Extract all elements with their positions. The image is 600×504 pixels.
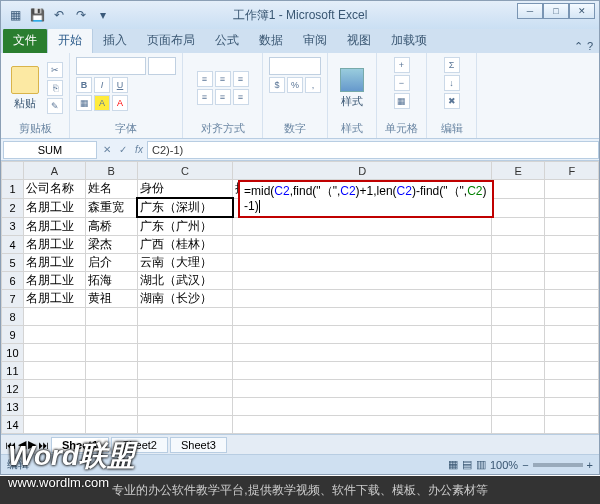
cell-B1[interactable]: 姓名 bbox=[85, 180, 137, 199]
align-mid-icon[interactable]: ≡ bbox=[215, 71, 231, 87]
cell-A11[interactable] bbox=[23, 362, 85, 380]
zoom-in-icon[interactable]: + bbox=[587, 459, 593, 471]
paste-button[interactable]: 粘贴 bbox=[7, 66, 43, 111]
cell-C1[interactable]: 身份 bbox=[137, 180, 233, 199]
cell-B11[interactable] bbox=[85, 362, 137, 380]
cell-C6[interactable]: 湖北（武汉） bbox=[137, 272, 233, 290]
cell-A12[interactable] bbox=[23, 380, 85, 398]
cell-A8[interactable] bbox=[23, 308, 85, 326]
cell-A2[interactable]: 名朋工业 bbox=[23, 198, 85, 217]
cell-E7[interactable] bbox=[492, 290, 545, 308]
cell-E9[interactable] bbox=[492, 326, 545, 344]
maximize-button[interactable]: □ bbox=[543, 3, 569, 19]
cell-C10[interactable] bbox=[137, 344, 233, 362]
cell-F11[interactable] bbox=[545, 362, 599, 380]
row-header-3[interactable]: 3 bbox=[2, 217, 24, 236]
cell-F12[interactable] bbox=[545, 380, 599, 398]
cell-F1[interactable] bbox=[545, 180, 599, 199]
cell-F10[interactable] bbox=[545, 344, 599, 362]
cell-B3[interactable]: 高桥 bbox=[85, 217, 137, 236]
col-header-E[interactable]: E bbox=[492, 162, 545, 180]
cell-C13[interactable] bbox=[137, 398, 233, 416]
row-header-2[interactable]: 2 bbox=[2, 198, 24, 217]
cell-E11[interactable] bbox=[492, 362, 545, 380]
cell-C9[interactable] bbox=[137, 326, 233, 344]
cell-E8[interactable] bbox=[492, 308, 545, 326]
cell-F5[interactable] bbox=[545, 254, 599, 272]
cell-A13[interactable] bbox=[23, 398, 85, 416]
tab-layout[interactable]: 页面布局 bbox=[137, 28, 205, 53]
row-header-12[interactable]: 12 bbox=[2, 380, 24, 398]
cell-D14[interactable] bbox=[233, 416, 492, 434]
cell-F14[interactable] bbox=[545, 416, 599, 434]
row-header-8[interactable]: 8 bbox=[2, 308, 24, 326]
zoom-slider[interactable] bbox=[533, 463, 583, 467]
col-header-F[interactable]: F bbox=[545, 162, 599, 180]
cell-E3[interactable] bbox=[492, 217, 545, 236]
cell-B14[interactable] bbox=[85, 416, 137, 434]
align-center-icon[interactable]: ≡ bbox=[215, 89, 231, 105]
cell-D3[interactable] bbox=[233, 217, 492, 236]
clear-icon[interactable]: ✖ bbox=[444, 93, 460, 109]
align-left-icon[interactable]: ≡ bbox=[197, 89, 213, 105]
close-button[interactable]: ✕ bbox=[569, 3, 595, 19]
row-header-5[interactable]: 5 bbox=[2, 254, 24, 272]
col-header-B[interactable]: B bbox=[85, 162, 137, 180]
row-header-7[interactable]: 7 bbox=[2, 290, 24, 308]
view-normal-icon[interactable]: ▦ bbox=[448, 458, 458, 471]
row-header-14[interactable]: 14 bbox=[2, 416, 24, 434]
redo-icon[interactable]: ↷ bbox=[71, 5, 91, 25]
cell-E4[interactable] bbox=[492, 236, 545, 254]
cell-C8[interactable] bbox=[137, 308, 233, 326]
cell-D7[interactable] bbox=[233, 290, 492, 308]
qat-dropdown-icon[interactable]: ▾ bbox=[93, 5, 113, 25]
currency-icon[interactable]: $ bbox=[269, 77, 285, 93]
insert-cell-icon[interactable]: + bbox=[394, 57, 410, 73]
underline-button[interactable]: U bbox=[112, 77, 128, 93]
fill-icon[interactable]: ↓ bbox=[444, 75, 460, 91]
cell-F6[interactable] bbox=[545, 272, 599, 290]
accept-formula-icon[interactable]: ✓ bbox=[115, 142, 131, 158]
cell-B12[interactable] bbox=[85, 380, 137, 398]
tab-file[interactable]: 文件 bbox=[3, 28, 47, 53]
cell-E6[interactable] bbox=[492, 272, 545, 290]
fill-color-button[interactable]: A bbox=[94, 95, 110, 111]
cell-A9[interactable] bbox=[23, 326, 85, 344]
cell-E2[interactable] bbox=[492, 198, 545, 217]
undo-icon[interactable]: ↶ bbox=[49, 5, 69, 25]
minimize-button[interactable]: ─ bbox=[517, 3, 543, 19]
cell-B2[interactable]: 森重宽 bbox=[85, 198, 137, 217]
cell-A14[interactable] bbox=[23, 416, 85, 434]
formula-bar[interactable]: C2)-1) bbox=[147, 141, 599, 159]
row-header-1[interactable]: 1 bbox=[2, 180, 24, 199]
format-cell-icon[interactable]: ▦ bbox=[394, 93, 410, 109]
cell-D12[interactable] bbox=[233, 380, 492, 398]
cell-C11[interactable] bbox=[137, 362, 233, 380]
cell-B9[interactable] bbox=[85, 326, 137, 344]
cell-F2[interactable] bbox=[545, 198, 599, 217]
help-icon[interactable]: ? bbox=[587, 40, 593, 53]
cell-A6[interactable]: 名朋工业 bbox=[23, 272, 85, 290]
worksheet[interactable]: ABCDEF1公司名称姓名身份提取括号里面的城市名称2名朋工业森重宽广东（深圳）… bbox=[1, 161, 599, 434]
cell-C5[interactable]: 云南（大理） bbox=[137, 254, 233, 272]
font-size-select[interactable] bbox=[148, 57, 176, 75]
font-select[interactable] bbox=[76, 57, 146, 75]
sheet-tab-3[interactable]: Sheet3 bbox=[170, 437, 227, 453]
percent-icon[interactable]: % bbox=[287, 77, 303, 93]
cell-E10[interactable] bbox=[492, 344, 545, 362]
row-header-10[interactable]: 10 bbox=[2, 344, 24, 362]
cell-A1[interactable]: 公司名称 bbox=[23, 180, 85, 199]
number-format-select[interactable] bbox=[269, 57, 321, 75]
cell-C3[interactable]: 广东（广州） bbox=[137, 217, 233, 236]
fx-icon[interactable]: fx bbox=[131, 142, 147, 158]
tab-insert[interactable]: 插入 bbox=[93, 28, 137, 53]
row-header-6[interactable]: 6 bbox=[2, 272, 24, 290]
cell-D4[interactable] bbox=[233, 236, 492, 254]
cell-F9[interactable] bbox=[545, 326, 599, 344]
cell-A3[interactable]: 名朋工业 bbox=[23, 217, 85, 236]
row-header-13[interactable]: 13 bbox=[2, 398, 24, 416]
cell-A7[interactable]: 名朋工业 bbox=[23, 290, 85, 308]
border-button[interactable]: ▦ bbox=[76, 95, 92, 111]
align-bot-icon[interactable]: ≡ bbox=[233, 71, 249, 87]
col-header-D[interactable]: D bbox=[233, 162, 492, 180]
